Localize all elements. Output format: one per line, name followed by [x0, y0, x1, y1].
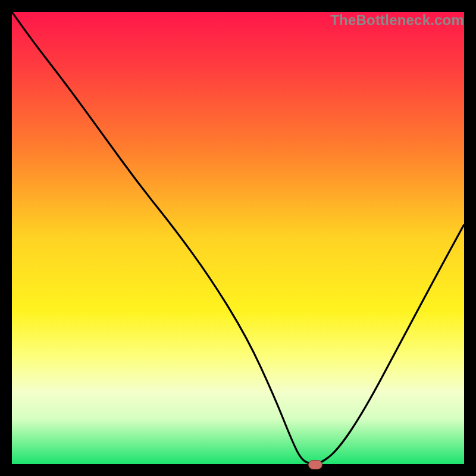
optimum-marker	[308, 460, 322, 469]
bottleneck-curve	[12, 12, 464, 464]
curve-layer	[12, 12, 464, 464]
watermark-text: TheBottleneck.com	[330, 12, 464, 29]
plot-area: TheBottleneck.com	[12, 12, 464, 464]
chart-container: TheBottleneck.com	[0, 0, 476, 476]
